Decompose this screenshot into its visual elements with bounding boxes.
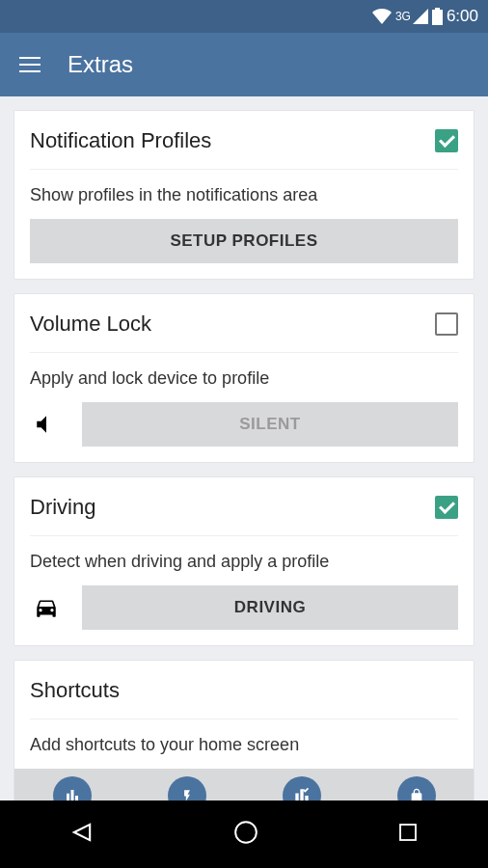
home-button[interactable]: [233, 820, 258, 849]
notification-checkbox[interactable]: [435, 129, 458, 152]
driving-checkbox[interactable]: [435, 496, 458, 519]
setup-profiles-button[interactable]: SETUP PROFILES: [30, 219, 458, 263]
speaker-icon: [30, 412, 63, 437]
shortcuts-desc: Add shortcuts to your home screen: [30, 735, 458, 755]
notification-desc: Show profiles in the notifications area: [30, 185, 458, 205]
signal-icon: [413, 9, 428, 24]
volume-checkbox[interactable]: [435, 312, 458, 336]
driving-card: Driving Detect when driving and apply a …: [14, 476, 474, 646]
shortcuts-card: Shortcuts Add shortcuts to your home scr…: [14, 660, 474, 824]
volume-title: Volume Lock: [30, 312, 151, 337]
driving-desc: Detect when driving and apply a profile: [30, 552, 458, 572]
status-bar: 3G 6:00: [0, 0, 488, 33]
menu-icon[interactable]: [19, 57, 41, 72]
notification-title: Notification Profiles: [30, 128, 211, 153]
clock: 6:00: [447, 7, 478, 26]
svg-rect-1: [400, 825, 416, 840]
battery-icon: [432, 8, 443, 25]
content: Notification Profiles Show profiles in t…: [0, 96, 488, 837]
volume-desc: Apply and lock device to profile: [30, 368, 458, 389]
overview-button[interactable]: [396, 821, 420, 848]
silent-button[interactable]: SILENT: [82, 402, 458, 447]
volume-lock-card: Volume Lock Apply and lock device to pro…: [14, 293, 474, 463]
network-label: 3G: [395, 10, 411, 23]
shortcuts-title: Shortcuts: [30, 678, 120, 703]
svg-point-0: [235, 822, 257, 843]
back-button[interactable]: [68, 819, 95, 850]
page-title: Extras: [68, 51, 133, 78]
wifi-icon: [372, 9, 392, 24]
car-icon: [30, 595, 63, 620]
driving-button[interactable]: DRIVING: [82, 585, 458, 630]
notification-profiles-card: Notification Profiles Show profiles in t…: [14, 110, 474, 280]
driving-title: Driving: [30, 495, 95, 520]
app-bar: Extras: [0, 33, 488, 96]
navigation-bar: [0, 800, 488, 868]
